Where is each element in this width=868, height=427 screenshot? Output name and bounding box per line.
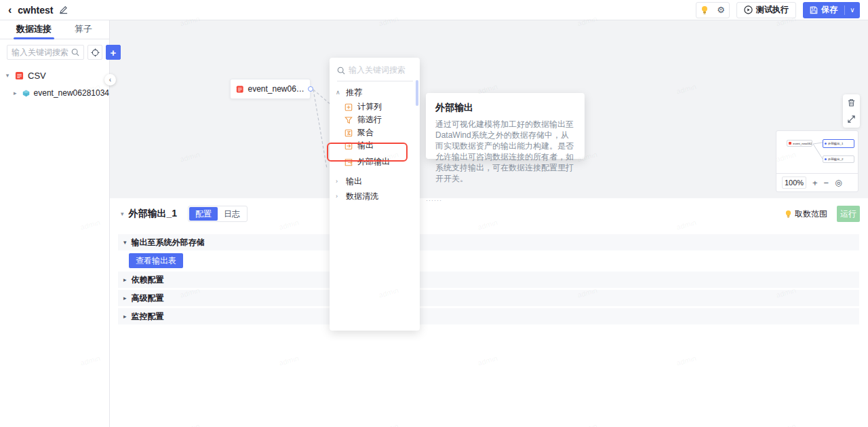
- tab-logs[interactable]: 日志: [218, 207, 246, 221]
- operator-tooltip-card: 外部输出 通过可视化建模将加工好的数据输出至DataWind系统之外的数据存储中…: [426, 93, 585, 159]
- fit-view-icon[interactable]: [843, 111, 860, 128]
- minimap[interactable]: event_new0628... 外部输出_1 外部输出_2 100% + − …: [776, 130, 859, 192]
- view-output-table-button[interactable]: 查看输出表: [129, 253, 183, 268]
- sidebar-search-input[interactable]: 输入关键词搜索: [7, 45, 84, 60]
- page-title: cwhtest: [18, 5, 53, 16]
- menu-item-calc-column[interactable]: 计算列: [330, 100, 420, 113]
- run-button[interactable]: 运行: [837, 206, 860, 222]
- menu-item-external-output[interactable]: 外部输出: [330, 155, 420, 168]
- tree-expand-caret[interactable]: ▸: [12, 90, 18, 96]
- csv-file-icon: [15, 71, 24, 80]
- config-panel: ▾ 外部输出_1 配置 日志 取数范围 运行 ▾ 输出至系统外部存储 查看输出表…: [110, 198, 868, 427]
- minimap-node-output1: 外部输出_1: [823, 139, 854, 148]
- panel-collapse-caret[interactable]: ▾: [121, 210, 124, 217]
- save-split-button: 保存 ∨: [803, 2, 860, 18]
- minimap-node-output2: 外部输出_2: [823, 155, 854, 163]
- reset-view-icon[interactable]: ◎: [835, 179, 842, 187]
- tree-item-label: event_new06281034: [34, 88, 109, 98]
- output-icon: [344, 142, 353, 150]
- section-caret-right: ▸: [123, 295, 127, 301]
- sidebar-collapse-button[interactable]: ‹: [104, 74, 116, 86]
- menu-item-output[interactable]: 输出: [330, 139, 420, 152]
- bulb-icon: [785, 210, 792, 219]
- tree-expand-caret[interactable]: ▾: [4, 72, 11, 79]
- search-icon: [71, 48, 79, 56]
- header-icon-group: ⚙: [696, 2, 730, 18]
- menu-item-aggregate[interactable]: 聚合: [330, 126, 420, 139]
- tree-item-csv[interactable]: ▾ CSV: [0, 67, 109, 84]
- section-caret-down: ▾: [123, 239, 127, 246]
- save-icon: [810, 6, 818, 14]
- operator-dropdown-menu: 输入关键词搜索 ∧ 推荐 计算列 筛选行 聚合 输出 外部输出 › 输出 › 数…: [330, 58, 420, 331]
- menu-search-input[interactable]: 输入关键词搜索: [337, 64, 413, 81]
- edit-title-icon[interactable]: [59, 5, 68, 14]
- tree-item-label: CSV: [28, 71, 46, 81]
- add-connection-button[interactable]: +: [106, 45, 121, 60]
- test-run-button[interactable]: 测试执行: [736, 2, 796, 18]
- minimap-node-source: event_new0628...: [787, 140, 812, 147]
- crosshair-icon: [91, 48, 100, 57]
- settings-gear-icon[interactable]: ⚙: [713, 3, 729, 18]
- dataset-cube-icon: [22, 89, 30, 98]
- external-output-icon: [344, 158, 353, 166]
- panel-resize-handle[interactable]: ······: [0, 198, 868, 203]
- zoom-in-icon[interactable]: +: [812, 179, 818, 187]
- tab-config[interactable]: 配置: [189, 207, 218, 221]
- minimap-controls: 100% + − ◎: [776, 173, 858, 191]
- tooltip-title: 外部输出: [435, 102, 575, 114]
- filter-funnel-icon: [344, 116, 353, 124]
- tab-operators[interactable]: 算子: [75, 20, 92, 39]
- canvas-node-event[interactable]: event_new0628...: [230, 79, 311, 99]
- node-label: event_new0628...: [248, 84, 304, 94]
- menu-group-data-clean[interactable]: › 数据清洗: [330, 188, 420, 204]
- section-external-storage[interactable]: ▾ 输出至系统外部存储: [118, 234, 859, 250]
- sidebar-tabs: 数据连接 算子: [0, 20, 109, 39]
- tree-item-event-table[interactable]: ▸ event_new06281034: [0, 84, 109, 102]
- hint-bulb-icon[interactable]: [696, 3, 713, 18]
- section-dependency-config[interactable]: ▸ 依赖配置: [118, 272, 859, 288]
- menu-item-filter-row[interactable]: 筛选行: [330, 113, 420, 126]
- tab-data-connection[interactable]: 数据连接: [16, 20, 52, 39]
- minimap-edges: [776, 131, 858, 173]
- calc-column-icon: [344, 103, 353, 111]
- save-dropdown-chevron[interactable]: ∨: [845, 6, 860, 14]
- zoom-out-icon[interactable]: −: [824, 179, 829, 187]
- data-range-button[interactable]: 取数范围: [785, 208, 827, 220]
- zoom-level[interactable]: 100%: [782, 177, 806, 189]
- panel-title: 外部输出_1: [129, 208, 178, 220]
- play-circle-icon: [744, 5, 753, 14]
- top-bar: ‹ cwhtest ⚙ 测试执行 保存 ∨: [0, 0, 868, 20]
- save-button[interactable]: 保存: [803, 4, 844, 16]
- section-caret-right: ▸: [123, 313, 127, 320]
- aggregate-icon: [344, 129, 353, 137]
- tooltip-body: 通过可视化建模将加工好的数据输出至DataWind系统之外的数据存储中，从而实现…: [435, 119, 575, 184]
- chevron-up-icon: ∧: [336, 89, 342, 96]
- canvas-toolbar: [843, 94, 860, 128]
- csv-file-icon: [236, 85, 243, 94]
- locate-target-button[interactable]: [87, 45, 102, 60]
- node-output-connector[interactable]: [308, 86, 313, 92]
- menu-scrollbar-thumb[interactable]: [416, 80, 418, 106]
- back-icon[interactable]: ‹: [8, 5, 12, 16]
- panel-tab-group: 配置 日志: [188, 206, 248, 222]
- chevron-right-icon: ›: [336, 193, 342, 200]
- section-caret-right: ▸: [123, 276, 127, 283]
- chevron-right-icon: ›: [336, 178, 342, 185]
- section-advanced-config[interactable]: ▸ 高级配置: [118, 290, 859, 306]
- left-sidebar: 数据连接 算子 输入关键词搜索 + ▾ CSV ▸ event_new06281…: [0, 20, 110, 427]
- menu-group-recommend[interactable]: ∧ 推荐: [330, 84, 420, 100]
- menu-group-output[interactable]: › 输出: [330, 173, 420, 189]
- search-icon: [337, 67, 345, 75]
- trash-icon[interactable]: [843, 94, 860, 111]
- section-monitor-config[interactable]: ▸ 监控配置: [118, 308, 859, 324]
